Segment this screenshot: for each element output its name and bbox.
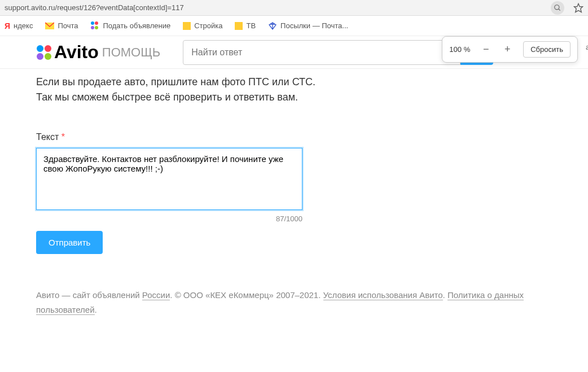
mail-icon (45, 21, 54, 30)
folder-icon (235, 22, 243, 30)
main-content: Если вы продаете авто, пришлите нам фото… (0, 69, 588, 288)
bookmark-parcels[interactable]: Посылки — Почта... (268, 21, 348, 30)
zoom-popup: 100 % − + Сбросить акл (442, 36, 578, 63)
folder-icon (183, 22, 191, 30)
logo-subtitle: помощь (102, 45, 160, 60)
footer: Авито — сайт объявлений России. © ООО «К… (0, 288, 588, 339)
star-icon[interactable] (573, 3, 583, 13)
svg-line-1 (559, 8, 560, 10)
textarea-label: Текст * (36, 132, 552, 142)
bookmark-tv[interactable]: ТВ (235, 21, 256, 30)
search-input[interactable] (183, 40, 460, 65)
footer-link-terms[interactable]: Условия использования Авито (323, 290, 443, 300)
bookmark-yandex[interactable]: Яндекс (5, 21, 33, 30)
avito-logo-icon[interactable] (36, 45, 52, 60)
pochta-icon (268, 21, 277, 30)
zoom-reset-button[interactable]: Сбросить (523, 41, 571, 58)
logo-text[interactable]: Avito (54, 42, 99, 63)
yandex-icon: Я (5, 21, 10, 30)
zoom-indicator-icon[interactable] (551, 1, 564, 15)
svg-point-0 (555, 5, 559, 9)
bookmark-post-ad[interactable]: Подать объявление (91, 21, 171, 30)
submit-button[interactable]: Отправить (36, 231, 103, 254)
bookmarks-bar: Яндекс Почта Подать объявление Стройка Т… (0, 16, 588, 36)
svg-marker-2 (574, 3, 583, 12)
char-counter: 87/1000 (36, 215, 302, 223)
zoom-out-button[interactable]: − (480, 43, 492, 55)
url-text[interactable]: support.avito.ru/request/126?eventData[c… (5, 3, 551, 12)
footer-link-russia[interactable]: России (142, 290, 170, 300)
zoom-in-button[interactable]: + (502, 43, 513, 55)
address-bar: support.avito.ru/request/126?eventData[c… (0, 0, 588, 16)
message-textarea[interactable] (36, 148, 302, 210)
truncated-text: акл (586, 43, 588, 51)
instruction-text: Если вы продаете авто, пришлите нам фото… (36, 75, 330, 105)
bookmark-mail[interactable]: Почта (45, 21, 78, 30)
avito-dots-icon (91, 21, 100, 30)
zoom-percent: 100 % (449, 45, 470, 54)
bookmark-stroyka[interactable]: Стройка (183, 21, 222, 30)
